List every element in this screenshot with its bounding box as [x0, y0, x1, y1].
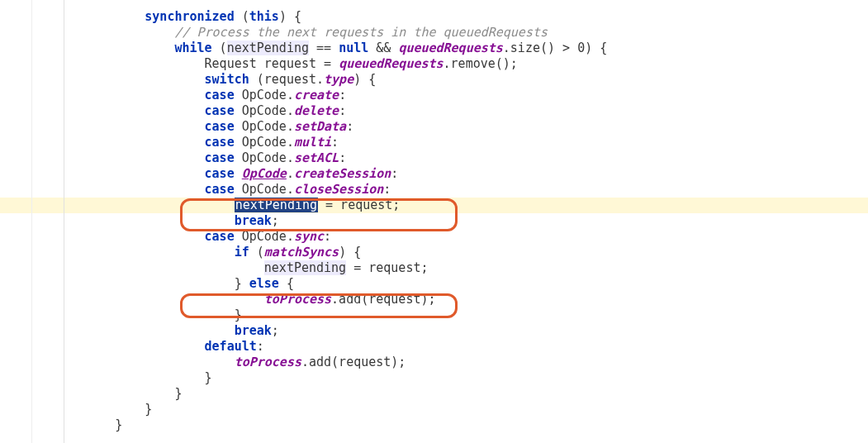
code-line[interactable]: while (nextPending == null && queuedRequ…	[70, 40, 607, 56]
code-token[interactable]	[235, 166, 242, 181]
code-token[interactable]: null	[339, 40, 368, 55]
code-area[interactable]: synchronized (this) { // Process the nex…	[70, 9, 607, 433]
code-token[interactable]: :	[324, 229, 331, 244]
code-token[interactable]: }	[235, 307, 242, 322]
code-line[interactable]: }	[70, 370, 607, 386]
code-line[interactable]: break;	[70, 323, 607, 339]
code-token[interactable]: create	[294, 88, 339, 102]
code-token[interactable]: :	[257, 339, 264, 354]
code-token[interactable]: default	[205, 339, 257, 354]
code-token[interactable]: ) {	[279, 9, 301, 24]
code-token[interactable]: closeSession	[294, 182, 383, 197]
code-token[interactable]: OpCode.	[235, 119, 294, 134]
code-token[interactable]: (	[235, 9, 249, 24]
code-line[interactable]: case OpCode.setACL:	[70, 150, 607, 166]
code-token[interactable]: OpCode.	[235, 182, 294, 197]
code-token[interactable]: if	[235, 245, 249, 260]
code-token[interactable]: case	[205, 166, 235, 181]
code-token[interactable]: .add(request);	[301, 355, 406, 369]
code-line[interactable]: if (matchSyncs) {	[70, 245, 607, 260]
code-token[interactable]: break	[235, 213, 272, 228]
code-line[interactable]: } else {	[70, 276, 607, 292]
code-token[interactable]: case	[205, 229, 235, 244]
code-token[interactable]: synchronized	[145, 9, 234, 24]
code-token[interactable]: :	[339, 88, 346, 102]
code-token[interactable]: toProcess	[235, 355, 301, 369]
code-line[interactable]: case OpCode.closeSession:	[70, 182, 607, 198]
code-token[interactable]: OpCode.	[235, 229, 294, 244]
code-token[interactable]: .remove();	[443, 56, 518, 71]
code-token[interactable]: delete	[294, 103, 339, 118]
code-token[interactable]: nextPending	[235, 198, 318, 212]
code-token[interactable]: &&	[368, 40, 398, 55]
code-token[interactable]: :	[391, 166, 398, 181]
code-line[interactable]: toProcess.add(request);	[70, 355, 607, 370]
code-line[interactable]: case OpCode.createSession:	[70, 166, 607, 182]
code-token[interactable]: nextPending	[227, 40, 309, 55]
code-token[interactable]: (	[249, 245, 264, 260]
code-token[interactable]: OpCode.	[235, 103, 294, 118]
code-token[interactable]: :	[331, 135, 339, 150]
code-token[interactable]: {	[279, 276, 294, 291]
code-line[interactable]: synchronized (this) {	[70, 9, 607, 25]
code-line[interactable]: case OpCode.setData:	[70, 119, 607, 135]
code-token[interactable]: OpCode	[242, 166, 287, 181]
code-token[interactable]: OpCode.	[235, 150, 294, 165]
code-token[interactable]: :	[346, 119, 353, 134]
code-token[interactable]: // Process the next requests in the queu…	[174, 25, 548, 40]
code-token[interactable]: }	[205, 370, 212, 385]
code-token[interactable]: queuedRequests	[398, 40, 502, 55]
code-token[interactable]: ) {	[353, 72, 376, 87]
code-token[interactable]: :	[383, 182, 391, 197]
code-line[interactable]: }	[70, 417, 607, 433]
code-token[interactable]: (request.	[249, 72, 324, 87]
code-token[interactable]: (	[212, 40, 227, 55]
code-token[interactable]: nextPending	[264, 260, 346, 275]
code-token[interactable]: Request request =	[205, 56, 339, 71]
code-token[interactable]: ;	[272, 323, 279, 338]
code-line[interactable]: Request request = queuedRequests.remove(…	[70, 56, 607, 72]
code-token[interactable]: matchSyncs	[264, 245, 339, 260]
code-token[interactable]: switch	[205, 72, 249, 87]
code-token[interactable]: :	[339, 103, 346, 118]
code-token[interactable]: :	[339, 150, 346, 165]
code-line[interactable]: break;	[70, 213, 607, 229]
code-token[interactable]: multi	[294, 135, 331, 150]
code-token[interactable]: }	[174, 386, 182, 401]
code-token[interactable]: toProcess	[264, 292, 331, 307]
code-token[interactable]: case	[205, 88, 235, 102]
code-line[interactable]: // Process the next requests in the queu…	[70, 25, 607, 40]
code-token[interactable]: 0	[577, 40, 585, 55]
code-token[interactable]: case	[205, 119, 235, 134]
code-token[interactable]: setData	[294, 119, 346, 134]
code-line[interactable]: toProcess.add(request);	[70, 292, 607, 307]
code-token[interactable]: queuedRequests	[339, 56, 443, 71]
code-line[interactable]: nextPending = request;	[70, 260, 607, 276]
code-token[interactable]: else	[249, 276, 279, 291]
code-line[interactable]: switch (request.type) {	[70, 72, 607, 88]
code-token[interactable]: case	[205, 103, 235, 118]
code-token[interactable]: ) {	[339, 245, 361, 260]
code-token[interactable]: case	[205, 135, 235, 150]
code-token[interactable]: .add(request);	[331, 292, 435, 307]
code-token[interactable]: .	[287, 166, 294, 181]
code-token[interactable]: case	[205, 182, 235, 197]
code-line[interactable]: case OpCode.delete:	[70, 103, 607, 119]
code-token[interactable]: ) {	[585, 40, 607, 55]
code-line[interactable]: nextPending = request;	[70, 198, 607, 213]
code-token[interactable]: OpCode.	[235, 135, 294, 150]
code-token[interactable]: createSession	[294, 166, 391, 181]
code-token[interactable]: = request;	[346, 260, 428, 275]
code-line[interactable]: default:	[70, 339, 607, 355]
code-token[interactable]: ==	[309, 40, 339, 55]
code-token[interactable]: break	[235, 323, 272, 338]
code-token[interactable]: .size() >	[503, 40, 577, 55]
code-token[interactable]: }	[115, 417, 122, 432]
code-token[interactable]: }	[235, 276, 249, 291]
code-token[interactable]: while	[174, 40, 211, 55]
code-token[interactable]: setACL	[294, 150, 339, 165]
code-line[interactable]: }	[70, 307, 607, 323]
code-token[interactable]: ;	[272, 213, 279, 228]
code-line[interactable]: }	[70, 402, 607, 417]
code-line[interactable]: case OpCode.multi:	[70, 135, 607, 150]
